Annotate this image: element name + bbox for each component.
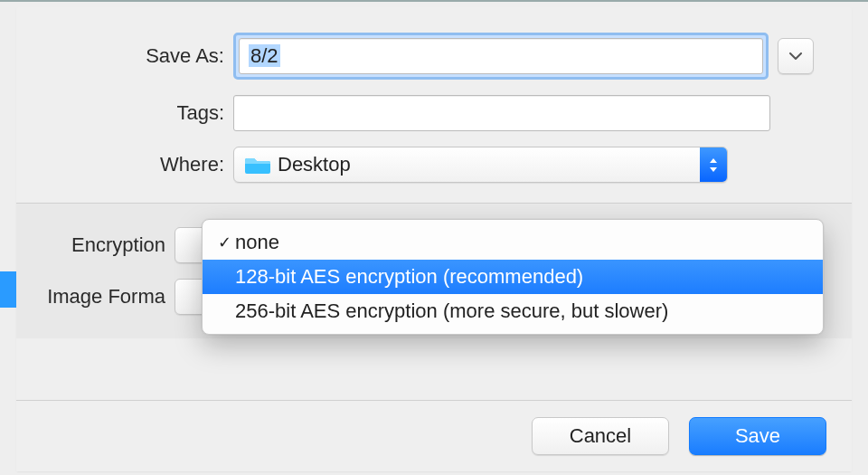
chevron-down-icon <box>709 166 718 173</box>
save-as-selected-text: 8/2 <box>249 44 280 67</box>
save-as-focus-ring: 8/2 <box>233 33 769 80</box>
encryption-menu-item[interactable]: 128-bit AES encryption (recommended) <box>203 260 823 294</box>
options-area: Encryption Image Forma <box>16 204 852 338</box>
chevron-up-icon <box>709 157 718 164</box>
background-accent-stripe <box>0 271 16 308</box>
label-tags: Tags: <box>16 101 233 125</box>
where-stepper[interactable] <box>700 147 727 182</box>
encryption-menu-item-label: none <box>235 231 279 254</box>
save-sheet: Save As: 8/2 Tags: <box>16 7 852 471</box>
row-tags: Tags: <box>16 95 814 131</box>
footer: Cancel Save <box>16 400 852 471</box>
label-where: Where: <box>16 153 233 176</box>
encryption-menu-item[interactable]: ✓none <box>203 225 823 260</box>
cancel-button-label: Cancel <box>570 424 631 448</box>
row-save-as: Save As: 8/2 <box>16 33 814 80</box>
encryption-menu-item-label: 128-bit AES encryption (recommended) <box>235 265 583 289</box>
save-button-label: Save <box>735 424 780 448</box>
checkmark-icon: ✓ <box>213 233 235 252</box>
where-control: Desktop <box>233 147 814 183</box>
save-button[interactable]: Save <box>689 417 826 455</box>
save-dialog-window: Save As: 8/2 Tags: <box>0 0 868 475</box>
chevron-down-icon <box>789 52 802 61</box>
encryption-menu[interactable]: ✓none128-bit AES encryption (recommended… <box>202 219 824 335</box>
cancel-button[interactable]: Cancel <box>532 417 669 455</box>
label-encryption: Encryption <box>16 233 175 257</box>
expand-dialog-button[interactable] <box>778 38 814 74</box>
where-value: Desktop <box>278 153 351 176</box>
label-image-format: Image Forma <box>16 285 175 309</box>
where-popup[interactable]: Desktop <box>233 147 728 183</box>
save-as-input[interactable]: 8/2 <box>239 38 763 74</box>
tags-control <box>233 95 814 131</box>
encryption-menu-item[interactable]: 256-bit AES encryption (more secure, but… <box>203 294 823 328</box>
form-area: Save As: 8/2 Tags: <box>16 7 852 203</box>
row-where: Where: Desktop <box>16 147 814 183</box>
folder-icon <box>245 155 270 175</box>
label-save-as: Save As: <box>16 44 233 68</box>
tags-input[interactable] <box>233 95 770 131</box>
save-as-control: 8/2 <box>233 33 814 80</box>
encryption-menu-item-label: 256-bit AES encryption (more secure, but… <box>235 299 668 323</box>
